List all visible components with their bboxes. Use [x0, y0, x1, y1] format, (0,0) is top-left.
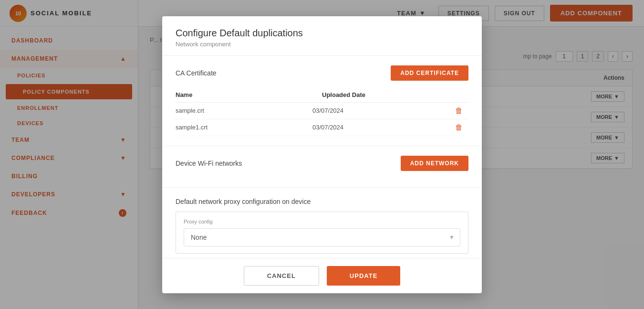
update-label: UPDATE — [350, 272, 377, 279]
add-certificate-button[interactable]: ADD CERTIFICATE — [391, 65, 468, 81]
modal-title: Configure Default duplications — [176, 28, 468, 39]
proxy-select[interactable]: None Manual Auto — [184, 228, 460, 246]
add-network-label: ADD NETWORK — [410, 160, 459, 167]
cert-date-1: 03/07/2024 — [312, 107, 449, 114]
cancel-label: CANCEL — [267, 272, 296, 279]
ca-section-header: CA Certificate ADD CERTIFICATE — [176, 65, 468, 81]
add-network-button[interactable]: ADD NETWORK — [401, 156, 468, 171]
modal-footer: CANCEL UPDATE — [162, 258, 482, 293]
cert-row-1: sample.crt 03/07/2024 🗑 — [176, 103, 468, 119]
configure-modal: Configure Default duplications Network c… — [162, 16, 482, 293]
modal-overlay: Configure Default duplications Network c… — [0, 0, 644, 309]
proxy-select-wrapper: None Manual Auto ▼ — [184, 228, 460, 246]
proxy-section-label: Default network proxy configuration on d… — [176, 198, 311, 205]
ca-label: CA Certificate — [176, 69, 217, 77]
delete-cert-1-icon[interactable]: 🗑 — [455, 107, 463, 115]
delete-cert-2-icon[interactable]: 🗑 — [455, 123, 463, 132]
cancel-button[interactable]: CANCEL — [244, 266, 319, 286]
cert-table-header: Name Uploaded Date — [176, 87, 468, 103]
ca-certificate-section: CA Certificate ADD CERTIFICATE Name Uplo… — [162, 56, 482, 146]
proxy-section: Default network proxy configuration on d… — [162, 188, 482, 258]
cert-date-2: 03/07/2024 — [312, 124, 449, 131]
proxy-config-box: Proxy config None Manual Auto ▼ — [176, 212, 468, 254]
col-name-header: Name — [176, 91, 322, 98]
update-button[interactable]: UPDATE — [327, 266, 400, 286]
proxy-config-label: Proxy config — [184, 219, 460, 224]
cert-row-2: sample1.crt 03/07/2024 🗑 — [176, 119, 468, 136]
wifi-section-header: Device Wi-Fi networks ADD NETWORK — [176, 156, 468, 171]
wifi-label: Device Wi-Fi networks — [176, 160, 242, 167]
modal-body[interactable]: CA Certificate ADD CERTIFICATE Name Uplo… — [162, 56, 482, 258]
modal-header: Configure Default duplications Network c… — [162, 16, 482, 56]
cert-name-1: sample.crt — [176, 107, 312, 114]
modal-subtitle: Network component — [176, 41, 468, 48]
cert-name-2: sample1.crt — [176, 124, 312, 131]
col-date-header: Uploaded Date — [322, 91, 468, 98]
wifi-section: Device Wi-Fi networks ADD NETWORK — [162, 146, 482, 188]
add-certificate-label: ADD CERTIFICATE — [400, 70, 459, 76]
